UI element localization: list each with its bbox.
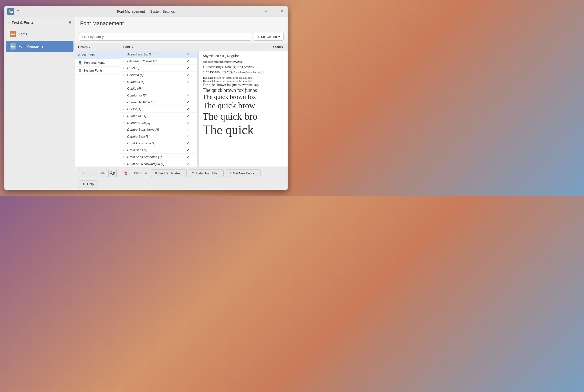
font-list-item[interactable]: › D050000L [1] ✓ <box>120 112 197 120</box>
font-item-name: Abyssinica SIL [1] <box>127 52 182 56</box>
font-item-name: Droid Sans Devanagari [1] <box>127 162 182 166</box>
font-status-check: ✓ <box>182 148 194 152</box>
minimize-button[interactable]: − <box>263 8 269 14</box>
get-fonts-icon: ⬇ <box>229 172 231 175</box>
split-content: A All Fonts 👤 Personal Fonts 🖥 System Fo… <box>75 51 197 166</box>
group-item-personal-fonts[interactable]: 👤 Personal Fonts <box>75 59 120 67</box>
preview-pangram-52: The quick <box>203 122 284 138</box>
font-list-item[interactable]: › Cursor [1] ✓ <box>120 106 197 112</box>
font-status-check: ✓ <box>182 107 194 111</box>
font-chevron-icon: › <box>123 128 126 131</box>
font-chevron-icon: › <box>123 114 126 117</box>
preview-pangram-40: The quick bro <box>203 111 284 122</box>
titlebar-left: Aa ⌃ <box>7 8 20 15</box>
font-list-item[interactable]: › DejaVu Sans Mono [4] ✓ <box>120 126 197 133</box>
font-item-name: DejaVu Sans [9] <box>127 121 182 124</box>
font-list-item[interactable]: › Courier 10 Pitch [4] ✓ <box>120 99 197 106</box>
font-list-item[interactable]: › Abyssinica SIL [1] ✓ <box>120 51 197 58</box>
find-duplicates-button[interactable]: ⧉ Find Duplicates... <box>151 169 186 177</box>
font-sort-icon: ▲ <box>131 46 133 48</box>
font-item-name: Droid Arabic Kufi [2] <box>127 142 182 145</box>
fonts-icon: Aa <box>10 31 16 37</box>
group-item-all-fonts[interactable]: A All Fonts <box>75 51 120 59</box>
group-item-system-fonts-label: System Fonts <box>83 69 102 72</box>
back-button[interactable]: ‹ <box>8 20 10 25</box>
font-status-check: ✓ <box>182 94 194 97</box>
font-chevron-icon: › <box>123 162 126 165</box>
font-status-check: ✓ <box>182 87 194 90</box>
font-status-check: ✓ <box>182 128 194 132</box>
filter-icon: ⧖ <box>257 35 260 38</box>
font-item-name: C059 [6] <box>127 66 182 70</box>
group-item-system-fonts[interactable]: 🖥 System Fonts <box>75 67 120 74</box>
font-chevron-icon: › <box>123 60 126 62</box>
font-chevron-icon: › <box>123 94 126 97</box>
font-list-item[interactable]: › C059 [6] ✓ <box>120 65 197 72</box>
group-sort-icon: ▲ <box>89 46 91 48</box>
preview-pangram-20: The quick brown fox jumps <box>203 87 284 93</box>
collapse-button[interactable]: ⌃ <box>16 9 20 14</box>
font-chevron-icon: › <box>123 122 126 124</box>
titlebar: Aa ⌃ Font Management — System Settings −… <box>4 6 288 17</box>
font-list-item[interactable]: › Comfortaa [5] ✓ <box>120 92 197 99</box>
sidebar-menu-button[interactable]: ≡ <box>68 20 71 25</box>
font-list-item[interactable]: › Droid Sans [2] ✓ <box>120 147 197 154</box>
font-status-check: ✓ <box>182 73 194 77</box>
main-content: ‹ Text & Fonts ≡ Aa Fonts Aa Font Manage… <box>4 17 288 190</box>
font-item-name: Droid Sans Armenian [1] <box>127 155 182 159</box>
group-list[interactable]: A All Fonts 👤 Personal Fonts 🖥 System Fo… <box>75 51 120 166</box>
preview-pangram-14: The quick brown fox jumps over the lazy <box>203 83 284 87</box>
font-chevron-icon: › <box>123 142 126 144</box>
font-list-item[interactable]: › DejaVu Serif [8] ✓ <box>120 133 197 140</box>
install-from-file-button[interactable]: ⬆ Install from File... <box>188 170 224 177</box>
font-item-name: Courier 10 Pitch [4] <box>127 100 182 104</box>
get-new-fonts-button[interactable]: ⬇ Get New Fonts... <box>225 170 260 177</box>
font-list-item[interactable]: › Caladea [4] ✓ <box>120 72 197 78</box>
all-fonts-icon: A <box>78 53 80 57</box>
help-row: ⚙ Help <box>75 179 288 190</box>
font-list-item[interactable]: › DejaVu Sans [9] ✓ <box>120 120 197 126</box>
preview-pangram-tiny2: The quick brown fox jumps over the lazy … <box>203 80 284 82</box>
font-item-name: Comfortaa [5] <box>127 94 182 97</box>
app-icon: Aa <box>7 8 14 15</box>
font-list-item[interactable]: › Droid Sans Armenian [1] ✓ <box>120 154 197 160</box>
personal-fonts-icon: 👤 <box>78 61 82 64</box>
add-font-button[interactable]: + <box>79 169 87 177</box>
font-status-check: ✓ <box>182 121 194 124</box>
font-list-item[interactable]: › Bitstream Charter [4] ✓ <box>120 58 197 65</box>
remove-font-button[interactable]: − <box>89 169 97 177</box>
preview-chars-upper: ABCDEFGHIJKLMNOPQRSTUVWXYZ <box>203 65 284 70</box>
install-from-file-label: Install from File... <box>196 172 220 175</box>
font-chevron-icon: › <box>123 156 126 158</box>
preview-chars-num: 0123456789.:;*!?^\"$¢% ∧&-+@—~#<>()[] <box>203 70 284 75</box>
font-chevron-icon: › <box>123 101 126 104</box>
font-list-item[interactable]: › Droid Arabic Kufi [2] ✓ <box>120 140 197 147</box>
help-button[interactable]: ⚙ Help <box>79 180 97 188</box>
font-list-item[interactable]: › Cantarell [6] ✓ <box>120 78 197 85</box>
aa-large-button[interactable]: Aa <box>108 169 117 177</box>
font-list-panel: A All Fonts 👤 Personal Fonts 🖥 System Fo… <box>75 51 197 166</box>
delete-font-button[interactable]: 🗑 <box>122 169 130 177</box>
font-list-item[interactable]: › Carlito [4] ✓ <box>120 85 197 92</box>
font-header-label: Font <box>123 45 130 49</box>
find-duplicates-label: Find Duplicates... <box>158 172 183 175</box>
font-status-check: ✓ <box>182 155 194 159</box>
sidebar-item-font-management[interactable]: Aa Font Management <box>6 41 73 52</box>
aa-small-button[interactable]: Aa <box>99 169 107 177</box>
status-header-label: Status <box>273 45 283 49</box>
sidebar-item-fonts[interactable]: Aa Fonts <box>6 28 73 40</box>
font-list[interactable]: › Abyssinica SIL [1] ✓ › Bitstream Chart… <box>120 51 197 166</box>
status-column-header: Status <box>270 43 286 51</box>
close-button[interactable]: ✕ <box>279 8 285 14</box>
toolbar-separator <box>119 170 119 176</box>
font-status-check: ✓ <box>182 134 194 138</box>
font-list-item[interactable]: › Droid Sans Devanagari [1] ✓ <box>120 160 197 166</box>
font-chevron-icon: › <box>123 108 126 110</box>
preview-font-name: Abyssinica SIL, Regular <box>203 54 284 58</box>
group-column-header: Group ▲ <box>75 43 120 51</box>
sidebar-item-font-management-label: Font Management <box>18 44 46 48</box>
set-criteria-button[interactable]: ⧖ Set Criteria ▾ <box>254 33 284 40</box>
window-controls: − ↑ ✕ <box>263 8 285 14</box>
restore-button[interactable]: ↑ <box>271 8 277 14</box>
filter-input[interactable] <box>79 33 251 40</box>
